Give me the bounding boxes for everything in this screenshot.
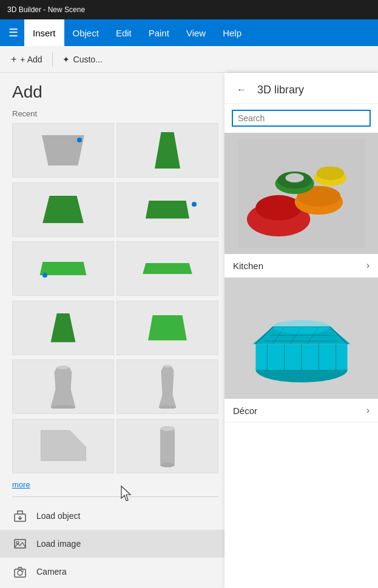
more-link[interactable]: more bbox=[0, 475, 231, 494]
menu-help[interactable]: Help bbox=[214, 19, 250, 46]
decor-category-name: Décor bbox=[233, 406, 257, 416]
wedge-svg bbox=[41, 429, 86, 463]
load-image-icon bbox=[12, 536, 28, 552]
decor-category-footer: Décor › bbox=[224, 399, 378, 422]
svg-rect-13 bbox=[15, 540, 25, 548]
shape-green-trapezoid-flat bbox=[143, 201, 192, 219]
kitchen-category-footer: Kitchen › bbox=[224, 254, 378, 277]
kitchen-category-name: Kitchen bbox=[233, 261, 263, 271]
recent-item-7[interactable] bbox=[12, 301, 114, 355]
recent-item-1[interactable] bbox=[12, 123, 114, 178]
recent-label: Recent bbox=[0, 107, 231, 123]
library-category-kitchen[interactable]: Kitchen › bbox=[224, 133, 378, 278]
kitchen-category-image bbox=[224, 133, 378, 254]
decor-category-image bbox=[224, 278, 378, 399]
library-panel: ← 3D library bbox=[224, 73, 378, 588]
search-input[interactable] bbox=[238, 113, 365, 123]
recent-item-8[interactable] bbox=[116, 301, 218, 355]
hamburger-menu[interactable]: ☰ bbox=[2, 19, 24, 46]
panel-divider-1 bbox=[12, 496, 218, 497]
shape-green-small bbox=[42, 313, 84, 342]
svg-point-28 bbox=[285, 173, 303, 182]
load-object-label: Load object bbox=[36, 511, 80, 521]
recent-item-6[interactable] bbox=[116, 241, 218, 296]
library-category-decor[interactable]: Décor › bbox=[224, 278, 378, 423]
library-list: Kitchen › bbox=[224, 133, 378, 588]
back-icon: ← bbox=[237, 84, 246, 95]
recent-grid bbox=[0, 123, 231, 475]
add-panel: Add Recent bbox=[0, 73, 231, 588]
camera-label: Camera bbox=[36, 567, 67, 576]
shape-gray-trapezoid bbox=[42, 135, 84, 165]
recent-item-4[interactable] bbox=[116, 182, 218, 237]
svg-point-3 bbox=[57, 366, 69, 369]
title-bar: 3D Builder - New Scene bbox=[0, 0, 378, 19]
shape-green-trapezoid-med bbox=[41, 196, 86, 223]
search-box[interactable] bbox=[232, 110, 371, 127]
kitchen-scene-svg bbox=[235, 139, 368, 248]
menu-bar: ☰ Insert Object Edit Paint View Help bbox=[0, 19, 378, 46]
recent-item-10[interactable] bbox=[116, 359, 218, 414]
hamburger-icon: ☰ bbox=[8, 27, 18, 38]
recent-item-11[interactable] bbox=[12, 419, 114, 473]
library-title: 3D library bbox=[257, 84, 304, 96]
recent-item-5[interactable] bbox=[12, 241, 114, 296]
menu-object[interactable]: Object bbox=[64, 19, 107, 46]
customize-button[interactable]: ✦ Custo... bbox=[56, 52, 109, 67]
svg-point-17 bbox=[22, 570, 24, 572]
svg-point-21 bbox=[255, 195, 302, 221]
menu-edit[interactable]: Edit bbox=[107, 19, 140, 46]
svg-point-5 bbox=[164, 365, 171, 367]
load-object-icon bbox=[12, 508, 28, 524]
menu-paint[interactable]: Paint bbox=[140, 19, 178, 46]
customize-icon: ✦ bbox=[62, 55, 70, 64]
svg-rect-8 bbox=[160, 429, 175, 465]
svg-point-10 bbox=[160, 463, 175, 467]
title-bar-label: 3D Builder - New Scene bbox=[7, 5, 85, 14]
decor-chevron-icon: › bbox=[366, 405, 370, 416]
load-image-label: Load image bbox=[36, 539, 81, 549]
svg-point-46 bbox=[272, 320, 329, 334]
recent-item-2[interactable] bbox=[116, 123, 218, 178]
shape-green-wide bbox=[144, 315, 191, 341]
cylinder-svg bbox=[158, 425, 177, 467]
svg-marker-7 bbox=[41, 430, 86, 461]
back-button[interactable]: ← bbox=[233, 81, 250, 98]
shape-green-trapezoid-tall bbox=[146, 132, 189, 169]
add-button[interactable]: + + Add bbox=[5, 52, 49, 67]
menu-insert[interactable]: Insert bbox=[24, 19, 64, 46]
recent-item-3[interactable] bbox=[12, 182, 114, 237]
camera-action[interactable]: Camera bbox=[0, 558, 231, 586]
dot-indicator-3 bbox=[42, 273, 47, 278]
recent-item-9[interactable] bbox=[12, 359, 114, 414]
toolbar: + + Add ✦ Custo... bbox=[0, 46, 378, 73]
dot-indicator-2 bbox=[192, 202, 197, 207]
vase-svg-2 bbox=[154, 365, 181, 409]
toolbar-divider bbox=[52, 52, 53, 67]
add-panel-title: Add bbox=[0, 73, 231, 107]
camera-icon bbox=[12, 564, 28, 580]
load-image-action[interactable]: Load image bbox=[0, 530, 231, 558]
decor-scene-svg bbox=[235, 287, 368, 390]
load-object-action[interactable]: Load object bbox=[0, 502, 231, 530]
dot-indicator bbox=[77, 138, 82, 142]
main-area: Add Recent bbox=[0, 73, 378, 588]
shape-green-flat-wide bbox=[142, 263, 194, 274]
menu-view[interactable]: View bbox=[178, 19, 214, 46]
svg-point-16 bbox=[18, 570, 22, 575]
svg-point-25 bbox=[316, 166, 343, 180]
library-header: ← 3D library bbox=[224, 73, 378, 104]
kitchen-chevron-icon: › bbox=[366, 260, 370, 271]
svg-point-9 bbox=[160, 426, 175, 431]
vase-svg-1 bbox=[45, 365, 81, 409]
plus-icon: + bbox=[11, 54, 16, 65]
recent-item-12[interactable] bbox=[116, 419, 218, 473]
panel-actions: Load object Load image bbox=[0, 499, 231, 588]
